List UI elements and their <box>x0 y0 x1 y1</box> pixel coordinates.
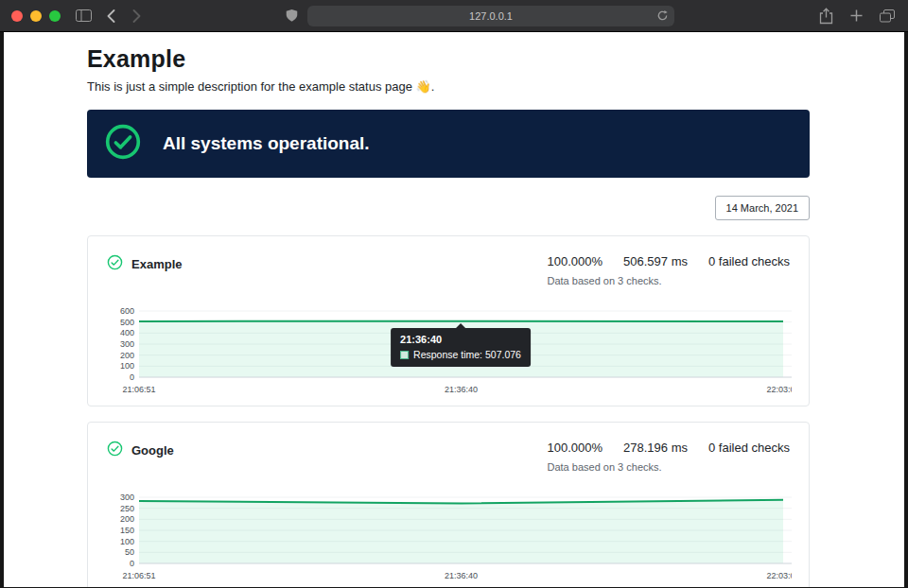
svg-text:21:36:40: 21:36:40 <box>445 385 478 394</box>
svg-text:200: 200 <box>120 514 134 524</box>
svg-text:21:36:40: 21:36:40 <box>445 571 478 580</box>
svg-text:21:06:51: 21:06:51 <box>122 571 155 580</box>
status-page: Example This is just a simple descriptio… <box>4 32 904 587</box>
svg-text:50: 50 <box>125 547 134 557</box>
svg-text:100: 100 <box>120 537 134 546</box>
svg-text:250: 250 <box>120 504 134 513</box>
response-time-chart: 30025020015010050021:06:5121:36:4022:03:… <box>107 492 790 582</box>
zoom-window-button[interactable] <box>49 10 61 22</box>
address-bar[interactable]: 127.0.0.1 <box>307 6 674 26</box>
data-note: Data based on 3 checks. <box>548 461 791 473</box>
response-time-chart: 600500400300200100021:06:5121:36:4022:03… <box>107 305 790 396</box>
chart-tooltip: 21:36:40 Response time: 507.076 <box>391 328 531 367</box>
svg-text:0: 0 <box>130 372 134 382</box>
svg-text:0: 0 <box>130 559 134 568</box>
browser-chrome: 127.0.0.1 <box>0 0 908 32</box>
svg-text:100: 100 <box>120 361 134 371</box>
svg-text:150: 150 <box>120 526 134 535</box>
data-note: Data based on 3 checks. <box>548 275 791 286</box>
failed-checks: 0 failed checks <box>708 254 790 268</box>
svg-text:600: 600 <box>120 306 134 316</box>
window-controls <box>11 10 61 22</box>
date-picker-button[interactable]: 14 March, 2021 <box>715 196 810 220</box>
sidebar-toggle-icon[interactable] <box>76 9 92 22</box>
check-circle-icon <box>105 124 141 164</box>
uptime-percentage: 100.000% <box>548 441 603 455</box>
avg-response-time: 278.196 ms <box>623 441 688 455</box>
svg-text:300: 300 <box>120 339 134 349</box>
service-status-check-icon <box>107 254 123 274</box>
tooltip-time: 21:36:40 <box>400 334 521 345</box>
service-card-google: Google 100.000% 278.196 ms 0 failed chec… <box>87 422 810 587</box>
page-title: Example <box>87 45 810 73</box>
share-icon[interactable] <box>819 8 833 25</box>
svg-text:400: 400 <box>120 328 134 337</box>
service-name: Example <box>131 257 182 271</box>
minimize-window-button[interactable] <box>30 10 42 22</box>
uptime-percentage: 100.000% <box>548 254 603 268</box>
avg-response-time: 506.597 ms <box>623 254 688 268</box>
reload-icon[interactable] <box>656 9 669 22</box>
svg-text:300: 300 <box>120 493 134 502</box>
svg-text:22:03:01: 22:03:01 <box>766 385 792 394</box>
service-name: Google <box>131 443 174 458</box>
svg-text:200: 200 <box>120 351 134 360</box>
failed-checks: 0 failed checks <box>708 441 790 455</box>
line-chart[interactable]: 30025020015010050021:06:5121:36:4022:03:… <box>107 492 792 582</box>
banner-text: All systems operational. <box>163 133 370 154</box>
service-card-example: Example 100.000% 506.597 ms 0 failed che… <box>87 235 810 406</box>
forward-icon[interactable] <box>132 9 141 23</box>
back-icon[interactable] <box>107 9 115 23</box>
privacy-shield-icon[interactable] <box>286 9 298 23</box>
url-text: 127.0.0.1 <box>469 10 513 22</box>
new-tab-icon[interactable] <box>850 9 863 22</box>
svg-text:500: 500 <box>120 318 134 327</box>
tooltip-legend-swatch <box>400 351 409 359</box>
svg-text:22:03:01: 22:03:01 <box>766 571 792 580</box>
close-window-button[interactable] <box>11 10 23 22</box>
tab-overview-icon[interactable] <box>880 9 895 23</box>
service-status-check-icon <box>107 441 123 460</box>
tooltip-value: Response time: 507.076 <box>413 349 521 360</box>
status-banner: All systems operational. <box>87 110 810 178</box>
page-description: This is just a simple description for th… <box>87 79 810 94</box>
svg-text:21:06:51: 21:06:51 <box>122 385 155 394</box>
